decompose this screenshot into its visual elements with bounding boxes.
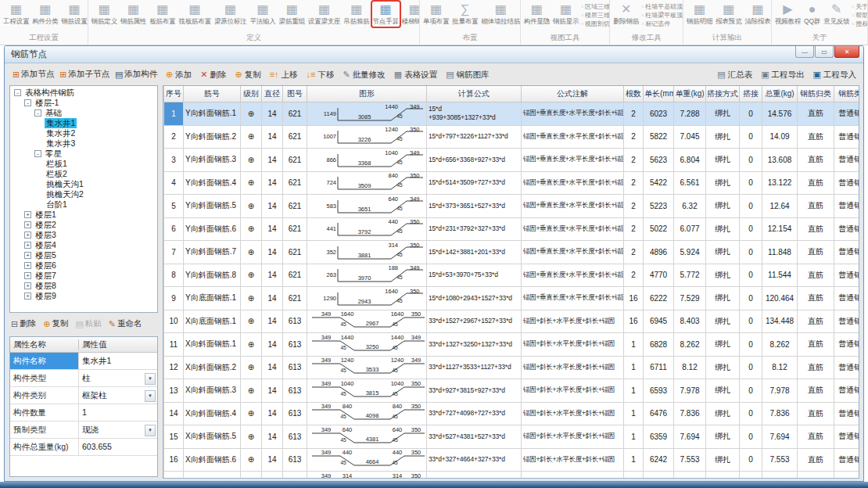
import-button[interactable]: ▣工程导入	[813, 70, 856, 81]
expand-icon[interactable]: +	[24, 242, 31, 249]
collapse-icon[interactable]: -	[34, 109, 41, 117]
tree-item-label[interactable]: 楼层8	[34, 281, 58, 291]
tree-item-label[interactable]: 楼层2	[34, 220, 58, 230]
property-value[interactable]: 1	[79, 404, 157, 421]
move-up-button[interactable]: ≡↑上移	[270, 70, 298, 81]
tree-item[interactable]: +楼层9	[10, 291, 157, 301]
close-button[interactable]: ✕	[834, 46, 859, 58]
tree-item[interactable]: 栏板1	[10, 159, 157, 169]
component-classify-button[interactable]: ▦构件分类	[30, 1, 59, 27]
delete-button[interactable]: ✕删除	[200, 70, 226, 81]
column-header[interactable]: 搭接	[740, 86, 762, 102]
tree-item[interactable]: 挑檐天沟2	[10, 189, 157, 199]
table-row[interactable]: 16X向斜面钢筋.6⊕14613 349 440 4664 440 350 45…	[164, 448, 860, 472]
tree-item[interactable]: +楼层6	[10, 260, 157, 271]
table-settings-button[interactable]: ▦表格设置	[394, 70, 437, 81]
column-header[interactable]: 根数	[624, 86, 644, 102]
beam-rebar-regroup-button[interactable]: ▦梁筋重组	[278, 1, 307, 27]
table-row[interactable]: 12X向斜面钢筋.2⊕14613 349 1240 3533 1240 349 …	[164, 356, 860, 379]
maximize-button[interactable]: ▭	[815, 46, 834, 58]
move-down-button[interactable]: ↓≡下移	[307, 70, 335, 81]
tree-item-label[interactable]: 挑檐天沟2	[45, 189, 85, 199]
collapse-icon[interactable]: -	[24, 99, 31, 106]
slab-rebar-layout-button[interactable]: ▦板筋布置	[148, 1, 177, 27]
single-layout-button[interactable]: ▦单项布置	[421, 1, 450, 27]
minimize-button[interactable]: —	[795, 46, 814, 58]
tree-item[interactable]: +楼层5	[10, 250, 157, 260]
delete-rebar-button[interactable]: ✕删除钢筋	[612, 1, 640, 27]
tree-item-label[interactable]: 基础	[44, 108, 63, 118]
tree-item-label[interactable]: 楼层9	[34, 291, 58, 301]
property-name[interactable]: 构件类别	[10, 387, 79, 404]
tree-item[interactable]: 集水井1	[10, 118, 157, 128]
table-row[interactable]: 1Y向斜面钢筋.1⊕14621 1149 3085 1440 349 4515*…	[164, 102, 860, 126]
tree-item-label[interactable]: 楼层6	[34, 260, 58, 271]
table-row[interactable]: 17X向斜面钢筋.7⊕14613 349 314 4842 314 350 45…	[164, 472, 860, 479]
tree-item-label[interactable]: 集水井2	[45, 128, 77, 138]
about-button[interactable]: ▫关于	[852, 2, 868, 11]
add-node-button[interactable]: ⊞添加节点	[13, 69, 54, 80]
tree-item-label[interactable]: 零星	[44, 149, 63, 159]
masonry-tie-button[interactable]: ▦砌体墙拉结筋	[479, 1, 520, 27]
table-row[interactable]: 13X向斜面钢筋.3⊕14613 349 1040 3815 1040 350 …	[164, 379, 860, 403]
tree-item-label[interactable]: 楼层3	[34, 230, 58, 240]
column-header[interactable]: 级别	[241, 86, 262, 102]
mark-select-button[interactable]: ▫标记选件	[641, 20, 683, 28]
column-header[interactable]: 钢筋归类	[798, 86, 834, 102]
view-section-button[interactable]: ▫视图剖切	[581, 20, 610, 28]
table-row[interactable]: 11X向斜面钢筋.1⊕14613 349 1440 3250 1440 349 …	[164, 333, 860, 357]
expand-icon[interactable]: +	[24, 262, 31, 269]
floor-3d-button[interactable]: ▫楼层三维	[581, 11, 610, 20]
column-header[interactable]: 公式注解	[522, 86, 624, 102]
rebar-props-button[interactable]: ▦钢筋属性	[119, 1, 148, 27]
tree-item-label[interactable]: 集水井1	[45, 118, 77, 128]
node-hand-calc-button[interactable]: ▦节点手算	[371, 1, 400, 27]
table-row[interactable]: 7Y向斜面钢筋.7⊕14621 352 3881 314 350 4515*d+…	[164, 241, 860, 264]
raft-rebar-layout-button[interactable]: ▦筏板筋布置	[177, 1, 213, 27]
column-header[interactable]: 搭接方式	[706, 86, 740, 102]
qq-group-button[interactable]: ●QQ群	[802, 1, 822, 27]
tree-item[interactable]: 集水井2	[10, 128, 157, 138]
clear-report-button[interactable]: ▦清除报表	[743, 1, 771, 27]
table-row[interactable]: 9Y向底面钢筋.1⊕14621 1290 2943 1640 350 4515*…	[164, 287, 860, 310]
tree-item-label[interactable]: 楼层4	[34, 240, 58, 250]
batch-layout-button[interactable]: ∑批量布置	[450, 1, 479, 27]
pingfa-input-button[interactable]: ▦平法输入	[248, 1, 277, 27]
property-value[interactable]: 集水井1	[79, 353, 157, 369]
expand-icon[interactable]: +	[24, 231, 31, 239]
property-name[interactable]: 构件数量	[10, 404, 79, 421]
tree-item[interactable]: +楼层4	[10, 240, 157, 250]
rebar-detail-button[interactable]: ▦钢筋明细	[685, 1, 714, 27]
property-name[interactable]: 构件名称	[10, 353, 79, 369]
expand-icon[interactable]: +	[24, 272, 31, 279]
window-titlebar[interactable]: 钢筋节点 — ▭ ✕	[5, 46, 863, 63]
column-wall-slab-top-button[interactable]: ▫柱墙梁平板顶	[641, 11, 683, 20]
tree-item[interactable]: +楼层2	[10, 220, 157, 230]
property-name[interactable]: 构件总重量(kg)	[10, 439, 79, 455]
trash-button[interactable]: ⊟删除	[11, 318, 36, 329]
rebar-library-button[interactable]: ▤钢筋图库	[446, 70, 489, 81]
table-row[interactable]: 3Y向斜面钢筋.3⊕14621 866 3368 1040 349 4515*d…	[164, 149, 860, 172]
report-preview-button[interactable]: ▦报表预览	[714, 1, 743, 27]
feedback-button[interactable]: ✎意见反馈	[822, 1, 851, 27]
collapse-icon[interactable]: -	[14, 89, 21, 96]
property-name[interactable]: 构件类型	[10, 370, 79, 386]
table-row[interactable]: 14X向斜面钢筋.4⊕14613 349 840 4098 840 350 45…	[164, 402, 860, 425]
column-header[interactable]: 单重(kg)	[674, 86, 706, 102]
column-header[interactable]: 计算公式	[427, 86, 522, 102]
copy-button[interactable]: ⊕复制	[235, 70, 260, 81]
tree-item-label[interactable]: 楼层7	[34, 271, 58, 281]
tree-item-label[interactable]: 表格构件钢筋	[23, 88, 76, 98]
tree-item[interactable]: -零星	[10, 149, 157, 159]
add-child-node-button[interactable]: ⊞添加子节点	[59, 69, 109, 80]
tree-item-label[interactable]: 楼层1	[34, 210, 58, 220]
table-row[interactable]: 15X向斜面钢筋.5⊕14613 349 640 4381 640 350 45…	[164, 425, 860, 449]
column-header[interactable]: 图形	[307, 86, 427, 102]
chevron-down-icon[interactable]: ▼	[145, 425, 156, 436]
expand-icon[interactable]: +	[24, 292, 31, 300]
tree-item[interactable]: 台阶1	[10, 199, 157, 210]
tree-item[interactable]: -基础	[10, 108, 157, 118]
column-header[interactable]: 钢筋类型	[834, 86, 860, 102]
rebar-display-button[interactable]: ▦钢筋显示	[551, 1, 580, 27]
property-value[interactable]: 柱▼	[79, 370, 157, 386]
